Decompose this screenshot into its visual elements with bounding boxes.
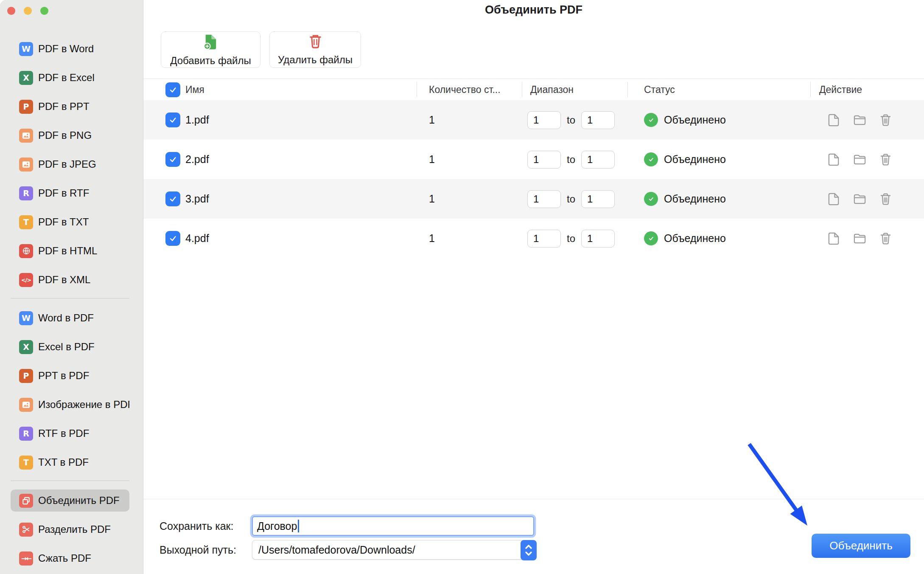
range-to-input[interactable] xyxy=(581,230,615,248)
range-from-input[interactable] xyxy=(527,111,561,129)
sidebar-item-compress-pdf[interactable]: →← Сжать PDF xyxy=(11,547,129,569)
status-success-icon xyxy=(644,113,658,127)
image-icon xyxy=(19,158,33,172)
rtf-icon: R xyxy=(19,186,33,200)
sidebar-divider xyxy=(11,481,129,481)
sidebar-divider xyxy=(11,298,129,298)
table-row: 3.pdf 1 to Объединено xyxy=(143,179,924,219)
output-path-select[interactable]: /Users/tomafedorova/Downloads/ xyxy=(252,540,537,560)
status-success-icon xyxy=(644,152,658,166)
excel-icon: X xyxy=(19,340,33,354)
window-controls xyxy=(7,7,48,15)
sidebar-item-pdf-to-xml[interactable]: </> PDF в XML xyxy=(11,269,129,291)
range-from-input[interactable] xyxy=(527,190,561,208)
stepper-icon[interactable] xyxy=(521,540,537,560)
annotation-arrow-icon xyxy=(737,433,831,531)
open-folder-icon[interactable] xyxy=(853,231,867,245)
range-from-input[interactable] xyxy=(527,230,561,248)
close-window-icon[interactable] xyxy=(7,7,15,15)
add-file-icon xyxy=(203,33,218,53)
range-to-input[interactable] xyxy=(581,190,615,208)
sidebar-item-ppt-to-pdf[interactable]: P PPT в PDF xyxy=(11,365,129,387)
status-text: Объединено xyxy=(664,153,726,166)
sidebar-item-pdf-to-ppt[interactable]: P PDF в PPT xyxy=(11,96,129,118)
sidebar-item-txt-to-pdf[interactable]: T TXT в PDF xyxy=(11,451,129,473)
status-text: Объединено xyxy=(664,193,726,205)
table-row: 2.pdf 1 to Объединено xyxy=(143,140,924,179)
status-success-icon xyxy=(644,192,658,206)
status-text: Объединено xyxy=(664,232,726,245)
add-files-button[interactable]: Добавить файлы xyxy=(161,31,260,68)
header-action: Действие xyxy=(811,79,924,100)
row-checkbox[interactable] xyxy=(165,152,180,167)
row-checkbox[interactable] xyxy=(165,191,180,206)
sidebar-item-merge-pdf[interactable]: Объединить PDF xyxy=(11,490,129,512)
delete-row-icon[interactable] xyxy=(879,152,893,166)
sidebar-item-pdf-to-rtf[interactable]: R PDF в RTF xyxy=(11,182,129,204)
open-folder-icon[interactable] xyxy=(853,192,867,206)
rtf-icon: R xyxy=(19,427,33,441)
sidebar-item-pdf-to-txt[interactable]: T PDF в TXT xyxy=(11,211,129,233)
compress-icon: →← xyxy=(19,551,33,566)
globe-icon xyxy=(19,244,33,258)
header-name: Имя xyxy=(143,79,417,100)
merge-icon xyxy=(19,494,33,508)
text-caret xyxy=(298,520,299,532)
row-checkbox[interactable] xyxy=(165,113,180,127)
sidebar-item-image-to-pdf[interactable]: Изображение в PDF xyxy=(11,394,129,416)
save-as-input[interactable]: Договор xyxy=(252,516,534,536)
app-window: W PDF в Word X PDF в Excel P PDF в PPT P… xyxy=(0,0,924,574)
delete-row-icon[interactable] xyxy=(879,192,893,206)
main-panel: Объединить PDF Добавить файлы Удалить фа… xyxy=(143,0,924,574)
sidebar-item-split-pdf[interactable]: Разделить PDF xyxy=(11,518,129,540)
delete-row-icon[interactable] xyxy=(879,113,893,127)
powerpoint-icon: P xyxy=(19,369,33,383)
sidebar-item-word-to-pdf[interactable]: W Word в PDF xyxy=(11,307,129,329)
sidebar-item-pdf-to-word[interactable]: W PDF в Word xyxy=(11,38,129,60)
image-icon xyxy=(19,129,33,143)
save-as-label: Сохранить как: xyxy=(160,520,252,532)
sidebar-item-excel-to-pdf[interactable]: X Excel в PDF xyxy=(11,336,129,358)
delete-files-button[interactable]: Удалить файлы xyxy=(269,31,361,68)
sidebar-item-pdf-to-html[interactable]: PDF в HTML xyxy=(11,240,129,262)
range-to-input[interactable] xyxy=(581,111,615,129)
word-icon: W xyxy=(19,42,33,56)
footer-divider xyxy=(143,499,924,499)
powerpoint-icon: P xyxy=(19,100,33,114)
range-from-input[interactable] xyxy=(527,151,561,169)
file-name: 2.pdf xyxy=(185,153,209,166)
word-icon: W xyxy=(19,311,33,325)
header-pages: Количество ст... xyxy=(417,79,522,100)
save-as-row: Сохранить как: Договор xyxy=(160,516,534,536)
file-name: 4.pdf xyxy=(185,232,209,245)
select-all-checkbox[interactable] xyxy=(165,82,180,97)
page-count: 1 xyxy=(417,100,522,140)
sidebar-nav: W PDF в Word X PDF в Excel P PDF в PPT P… xyxy=(0,38,143,574)
table-row: 1.pdf 1 to Объединено xyxy=(143,100,924,140)
output-path-label: Выходной путь: xyxy=(160,544,252,556)
excel-icon: X xyxy=(19,71,33,85)
txt-icon: T xyxy=(19,456,33,470)
sidebar-item-pdf-to-excel[interactable]: X PDF в Excel xyxy=(11,67,129,89)
merge-button[interactable]: Объединить xyxy=(812,534,910,558)
preview-file-icon[interactable] xyxy=(827,152,841,166)
sidebar-item-pdf-to-png[interactable]: PDF в PNG xyxy=(11,124,129,146)
image-icon xyxy=(19,398,33,412)
minimize-window-icon[interactable] xyxy=(24,7,32,15)
row-checkbox[interactable] xyxy=(165,231,180,246)
status-text: Объединено xyxy=(664,114,726,126)
file-name: 1.pdf xyxy=(185,114,209,126)
preview-file-icon[interactable] xyxy=(827,113,841,127)
zoom-window-icon[interactable] xyxy=(40,7,48,15)
sidebar-item-rtf-to-pdf[interactable]: R RTF в PDF xyxy=(11,422,129,445)
sidebar-item-pdf-to-jpeg[interactable]: PDF в JPEG xyxy=(11,153,129,175)
scissors-icon xyxy=(19,523,33,537)
range-to-input[interactable] xyxy=(581,151,615,169)
preview-file-icon[interactable] xyxy=(827,192,841,206)
table-header: Имя Количество ст... Диапазон Статус Дей… xyxy=(143,79,924,100)
delete-row-icon[interactable] xyxy=(879,231,893,245)
open-folder-icon[interactable] xyxy=(853,152,867,166)
trash-icon xyxy=(308,34,322,52)
open-folder-icon[interactable] xyxy=(853,113,867,127)
preview-file-icon[interactable] xyxy=(827,231,841,245)
